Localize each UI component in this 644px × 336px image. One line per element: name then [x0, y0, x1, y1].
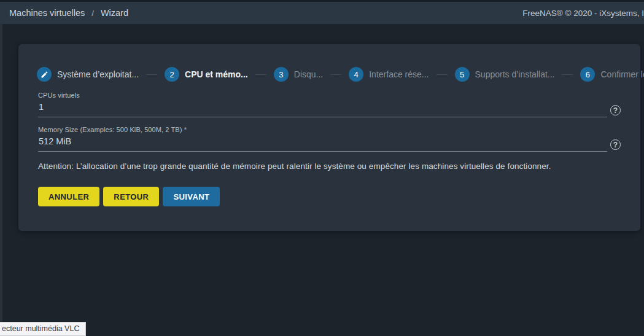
wizard-step-network-interface[interactable]: 4 Interface rése... — [349, 67, 429, 82]
step-number-badge: 6 — [580, 67, 595, 82]
step-number-badge: 4 — [349, 67, 363, 82]
memory-size-label: Memory Size (Examples: 500 KiB, 500M, 2 … — [38, 126, 622, 133]
memory-help-icon[interactable]: ? — [610, 139, 621, 150]
breadcrumb-machines-virtuelles[interactable]: Machines virtuelles — [9, 8, 85, 18]
step-label: CPU et mémo... — [185, 69, 248, 79]
memory-size-field: Memory Size (Examples: 500 KiB, 500M, 2 … — [38, 126, 622, 152]
virtual-cpus-input[interactable] — [38, 102, 607, 117]
step-number-badge: 2 — [165, 67, 179, 82]
wizard-stepper: Système d’exploitat... 2 CPU et mémo... … — [37, 44, 622, 82]
breadcrumb-separator: / — [91, 9, 94, 18]
wizard-step-installation-media[interactable]: 5 Supports d’installat... — [455, 67, 555, 82]
step-label: Interface rése... — [369, 69, 429, 79]
back-button[interactable]: RETOUR — [103, 187, 159, 206]
wizard-step-confirm-options[interactable]: 6 Confirmer les opti... — [580, 67, 644, 82]
top-bar: Machines virtuelles / Wizard FreeNAS® © … — [0, 2, 644, 24]
wizard-step-cpu-memory[interactable]: 2 CPU et mémo... — [165, 67, 248, 82]
step-label: Système d’exploitat... — [57, 69, 139, 79]
step-number-badge: 3 — [274, 67, 289, 82]
next-button[interactable]: SUIVANT — [163, 187, 220, 206]
step-label: Supports d’installat... — [475, 69, 555, 79]
pencil-edit-icon — [37, 67, 52, 82]
wizard-step-disks[interactable]: 3 Disqu... — [274, 67, 323, 82]
step-label: Disqu... — [294, 69, 323, 79]
stepper-connector — [562, 74, 573, 75]
stepper-connector — [255, 74, 266, 75]
wizard-step-operating-system[interactable]: Système d’exploitat... — [37, 67, 139, 82]
stepper-connector — [146, 74, 157, 75]
stepper-connector — [330, 74, 341, 75]
wizard-actions: ANNULER RETOUR SUIVANT — [38, 187, 622, 206]
cancel-button[interactable]: ANNULER — [38, 187, 99, 206]
stepper-connector — [436, 74, 448, 75]
memory-warning-text: Attention: L’allocation d’une trop grand… — [38, 162, 622, 171]
cpu-help-icon[interactable]: ? — [610, 105, 621, 115]
vm-wizard-card: Système d’exploitat... 2 CPU et mémo... … — [18, 44, 640, 231]
breadcrumb: Machines virtuelles / Wizard — [9, 8, 128, 18]
step-number-badge: 5 — [455, 67, 470, 82]
virtual-cpus-label: CPUs virtuels — [38, 92, 622, 99]
memory-size-input[interactable] — [38, 136, 607, 152]
vlc-status-tooltip: ecteur multimédia VLC — [0, 322, 86, 336]
left-edge-strip — [0, 24, 2, 336]
step-label: Confirmer les opti... — [600, 69, 644, 79]
copyright-text: FreeNAS® © 2020 - iXsystems, I — [522, 9, 644, 18]
breadcrumb-wizard[interactable]: Wizard — [101, 8, 128, 18]
virtual-cpus-field: CPUs virtuels ? — [38, 92, 622, 117]
